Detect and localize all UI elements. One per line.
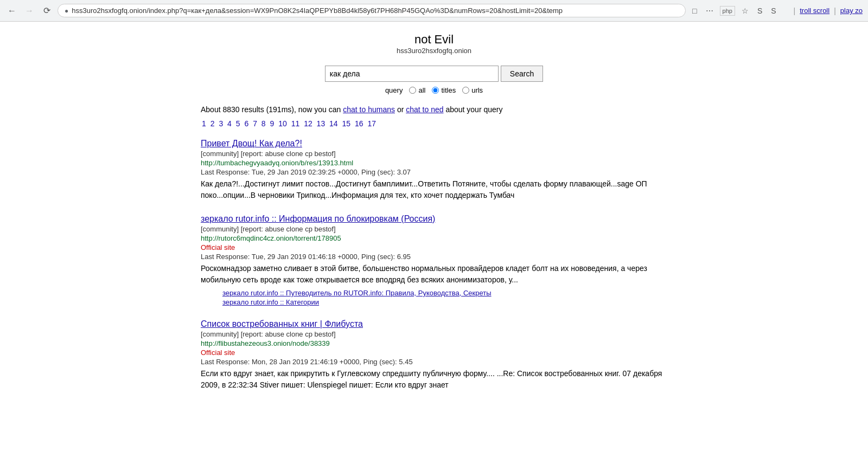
result-meta-0: [community] [report: abuse clone cp best… (201, 150, 667, 158)
radio-all[interactable] (409, 87, 416, 94)
result-title-link-0[interactable]: Привет Двощ! Как дела?! (201, 139, 302, 148)
pagination-link-16[interactable]: 16 (355, 119, 363, 128)
result-sublinks-1: зеркало rutor.info :: Путеводитель по RU… (222, 289, 667, 306)
option-urls[interactable]: urls (462, 86, 483, 94)
result-ping-0: Last Response: Tue, 29 Jan 2019 02:39:25… (201, 168, 667, 176)
pagination-link-11[interactable]: 11 (291, 119, 300, 128)
result-title-1: зеркало rutor.info :: Информация по блок… (201, 214, 667, 224)
chat-to-humans-link[interactable]: chat to humans (343, 105, 395, 114)
bookmark-button[interactable]: ☆ (739, 5, 751, 16)
result-ping-2: Last Response: Mon, 28 Jan 2019 21:46:19… (201, 358, 667, 366)
pagination-link-1[interactable]: 1 (202, 119, 206, 128)
results-summary: About 8830 results (191ms), now you can (201, 105, 341, 114)
pagination-link-13[interactable]: 13 (317, 119, 326, 128)
extensions-button[interactable]: □ (690, 5, 699, 16)
about-query: about your query (445, 105, 502, 114)
reload-button[interactable]: ⟳ (40, 4, 53, 17)
result-official-1: Official site (201, 243, 667, 251)
search-form: Search (201, 66, 667, 82)
option-all[interactable]: all (409, 86, 425, 94)
pagination-link-15[interactable]: 15 (342, 119, 351, 128)
pagination-link-17[interactable]: 17 (367, 119, 376, 128)
pagination-link-2[interactable]: 2 (210, 119, 215, 128)
result-url-1: http://rutorc6mqdinc4cz.onion/torrent/17… (201, 234, 667, 242)
pagination-link-9[interactable]: 9 (270, 119, 275, 128)
browser-chrome: ← → ⟳ ● hss3uro2hsxfogfq.onion/index.php… (0, 0, 868, 22)
site-title: not Evil (201, 33, 667, 47)
result-title-link-2[interactable]: Список востребованных книг | Флибуста (201, 319, 363, 328)
pagination-link-6[interactable]: 6 (244, 119, 248, 128)
back-button[interactable]: ← (5, 4, 18, 17)
php-badge[interactable]: php (720, 6, 735, 16)
result-meta-2: [community] [report: abuse clone cp best… (201, 330, 667, 338)
result-ping-1: Last Response: Tue, 29 Jan 2019 01:46:18… (201, 253, 667, 261)
forward-button[interactable]: → (23, 4, 36, 17)
results-info: About 8830 results (191ms), now you can … (201, 105, 667, 114)
browser-actions: □ ⋯ php ☆ S S | troll scroll | play zo (690, 5, 863, 16)
sublink-1-0[interactable]: зеркало rutor.info :: Путеводитель по RU… (222, 289, 667, 297)
or-text: or (397, 105, 404, 114)
search-options: query all titles urls (201, 86, 667, 94)
profile-button-2[interactable]: S (769, 5, 778, 16)
results-container: Привет Двощ! Как дела?! [community] [rep… (201, 139, 667, 391)
query-label: query (385, 86, 403, 94)
search-area: Search query all titles urls (201, 66, 667, 94)
radio-urls[interactable] (462, 87, 469, 94)
address-bar: ● hss3uro2hsxfogfq.onion/index.php?q=как… (58, 4, 686, 17)
result-item-1: зеркало rutor.info :: Информация по блок… (201, 214, 667, 306)
pagination-link-3[interactable]: 3 (219, 119, 223, 128)
pagination-link-10[interactable]: 10 (278, 119, 287, 128)
result-snippet-1: Роскомнадзор заметно сливает в этой битв… (201, 263, 667, 286)
result-snippet-2: Если кто вдруг знает, как прикрутить к Г… (201, 368, 667, 391)
result-official-2: Official site (201, 349, 667, 357)
pagination-link-14[interactable]: 14 (329, 119, 338, 128)
result-url-0: http://tumbachegvyaadyq.onion/b/res/1391… (201, 159, 667, 167)
result-meta-1: [community] [report: abuse clone cp best… (201, 225, 667, 233)
pagination: 1 2 3 4 5 6 7 8 9 10 11 12 13 14 15 16 1… (201, 119, 667, 128)
page-content: not Evil hss3uro2hsxfogfq.onion Search q… (190, 22, 678, 415)
result-snippet-0: Как дела?!...Достигнут лимит постов...До… (201, 178, 667, 201)
result-title-2: Список востребованных книг | Флибуста (201, 319, 667, 329)
result-item-0: Привет Двощ! Как дела?! [community] [rep… (201, 139, 667, 201)
troll-scroll-link[interactable]: troll scroll (800, 7, 829, 15)
radio-titles[interactable] (432, 87, 439, 94)
sublink-1-1[interactable]: зеркало rutor.info :: Категории (222, 298, 667, 306)
site-header: not Evil hss3uro2hsxfogfq.onion (201, 33, 667, 55)
search-input[interactable] (325, 66, 499, 82)
result-title-0: Привет Двощ! Как дела?! (201, 139, 667, 149)
result-item-2: Список востребованных книг | Флибуста [c… (201, 319, 667, 391)
pagination-link-5[interactable]: 5 (236, 119, 240, 128)
pagination-link-4[interactable]: 4 (227, 119, 232, 128)
result-title-link-1[interactable]: зеркало rutor.info :: Информация по блок… (201, 214, 435, 223)
pagination-link-12[interactable]: 12 (304, 119, 312, 128)
pagination-link-8[interactable]: 8 (261, 119, 266, 128)
result-url-2: http://flibustahezeous3.onion/node/38339 (201, 339, 667, 347)
lock-icon: ● (65, 7, 68, 15)
site-url: hss3uro2hsxfogfq.onion (201, 47, 667, 55)
option-titles[interactable]: titles (432, 86, 456, 94)
chat-to-ned-link[interactable]: chat to ned (406, 105, 443, 114)
more-button[interactable]: ⋯ (704, 5, 716, 16)
profile-button[interactable]: S (755, 5, 764, 16)
pagination-link-7[interactable]: 7 (253, 119, 257, 128)
url-text: hss3uro2hsxfogfq.onion/index.php?q=как+д… (72, 7, 679, 15)
play-zo-link[interactable]: play zo (840, 7, 863, 15)
search-button[interactable]: Search (501, 66, 543, 82)
